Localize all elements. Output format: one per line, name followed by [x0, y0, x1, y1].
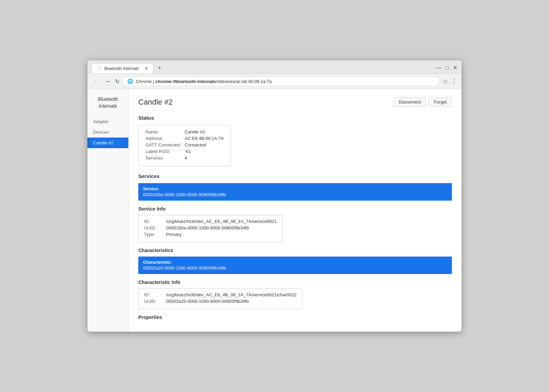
status-section: Status Name: Candle #2 Address: AC:E6:4B…	[138, 115, 452, 173]
characteristic-info-section: Characteristic Info ID: /org/bluez/hci0/…	[138, 280, 452, 314]
status-name-label: Name:	[145, 129, 183, 134]
characteristic-bar-uuid: 00002a25-0000-1000-8000-00805f9b34fb	[143, 265, 447, 271]
sidebar-title: Bluetooth Internals	[87, 96, 128, 116]
page-title: Candle #2	[138, 98, 173, 107]
active-tab[interactable]: 📄 Bluetooth Internals ✕	[92, 63, 153, 73]
address-brand: Chrome	[136, 79, 152, 84]
properties-title: Properties	[138, 314, 452, 320]
service-uuid-value: 0000180a-0000-1000-8000-00805f9b34fb	[166, 225, 249, 230]
address-path-bold: chrome://bluetooth-internals	[155, 79, 216, 84]
char-uuid-value: 00002a25-0000-1000-8000-00805f9b34fb	[166, 299, 249, 304]
status-services-value: 4	[185, 155, 187, 161]
status-address-label: Address:	[145, 136, 183, 141]
status-services-label: Services:	[145, 155, 183, 161]
tab-page-icon: 📄	[97, 66, 102, 71]
status-row-name: Name: Candle #2	[145, 129, 224, 134]
status-rssi-label: Latest RSSI:	[145, 149, 183, 154]
characteristic-bar[interactable]: Characteristic: 00002a25-0000-1000-8000-…	[138, 257, 452, 274]
char-id-value: /org/bluez/hci0/dev_AC_E6_4B_06_1A_7A/se…	[166, 292, 296, 297]
sidebar-item-devices[interactable]: Devices	[87, 127, 128, 138]
status-box: Name: Candle #2 Address: AC:E6:4B:06:1A:…	[138, 125, 231, 166]
main-content: Candle #2 Disconnect Forget Status Name:…	[129, 89, 462, 332]
new-tab-button[interactable]: +	[155, 63, 164, 73]
service-info-title: Service Info	[138, 206, 452, 212]
minimize-button[interactable]: —	[436, 65, 441, 71]
status-row-gatt: GATT Connected: Connected	[145, 142, 224, 147]
address-path-rest: /#devices/ac:e6:4b:06:1a:7a	[216, 79, 272, 84]
char-id-label: ID:	[144, 292, 165, 297]
char-uuid-label: UUID:	[144, 299, 165, 304]
characteristic-bar-label: Characteristic:	[143, 260, 447, 265]
sidebar: Bluetooth Internals Adapter Devices Cand…	[87, 89, 129, 332]
chrome-menu-icon[interactable]: ⋮	[451, 78, 457, 85]
sidebar-item-candle2[interactable]: Candle #2	[87, 138, 128, 148]
window-controls: — □ ✕	[436, 65, 457, 73]
status-address-value: AC:E6:4B:06:1A:7A	[185, 136, 224, 141]
service-info-row-uuid: UUID: 0000180a-0000-1000-8000-00805f9b34…	[144, 225, 277, 230]
tab-title: Bluetooth Internals	[104, 66, 139, 71]
title-bar: 📄 Bluetooth Internals ✕ + — □ ✕	[87, 60, 462, 74]
bookmark-star-icon[interactable]: ☆	[443, 78, 448, 85]
address-bar[interactable]: 🌐 Chrome | chrome://bluetooth-internals/…	[122, 76, 440, 86]
disconnect-button[interactable]: Disconnect	[394, 97, 426, 107]
service-uuid-label: UUID:	[144, 225, 165, 230]
forward-button[interactable]: →	[103, 77, 112, 86]
tab-close-button[interactable]: ✕	[144, 66, 148, 71]
service-type-label: Type:	[144, 232, 165, 237]
service-id-label: ID:	[144, 219, 165, 224]
characteristic-info-box: ID: /org/bluez/hci0/dev_AC_E6_4B_06_1A_7…	[138, 288, 302, 309]
forget-button[interactable]: Forget	[429, 97, 452, 107]
char-info-row-id: ID: /org/bluez/hci0/dev_AC_E6_4B_06_1A_7…	[144, 292, 296, 297]
service-info-row-id: ID: /org/bluez/hci0/dev_AC_E6_4B_06_1A_7…	[144, 219, 277, 224]
service-info-section: Service Info ID: /org/bluez/hci0/dev_AC_…	[138, 206, 452, 248]
status-gatt-value: Connected	[185, 142, 206, 147]
back-button[interactable]: ←	[92, 77, 101, 86]
service-id-value: /org/bluez/hci0/dev_AC_E6_4B_06_1A_7A/se…	[166, 219, 277, 224]
characteristic-info-title: Characteristic Info	[138, 280, 452, 285]
header-buttons: Disconnect Forget	[394, 97, 452, 107]
characteristics-title: Characteristics	[138, 248, 452, 253]
service-type-value: Primary	[166, 232, 182, 237]
services-title: Services	[138, 173, 452, 179]
status-name-value: Candle #2	[185, 129, 205, 134]
services-section: Services Service: 0000180a-0000-1000-800…	[138, 173, 452, 320]
page-content: Bluetooth Internals Adapter Devices Cand…	[87, 89, 462, 332]
status-rssi-value: -61	[185, 149, 191, 154]
browser-window: 📄 Bluetooth Internals ✕ + — □ ✕ ← → ↻ 🌐 …	[87, 60, 462, 332]
refresh-button[interactable]: ↻	[115, 78, 119, 85]
status-row-address: Address: AC:E6:4B:06:1A:7A	[145, 136, 224, 141]
service-bar-uuid: 0000180a-0000-1000-8000-00805f9b34fb	[143, 192, 447, 197]
characteristics-section: Characteristics Characteristic: 00002a25…	[138, 248, 452, 320]
window-close-button[interactable]: ✕	[453, 65, 457, 71]
address-text: Chrome | chrome://bluetooth-internals/#d…	[136, 79, 272, 84]
maximize-button[interactable]: □	[445, 65, 449, 71]
service-bar[interactable]: Service: 0000180a-0000-1000-8000-00805f9…	[138, 183, 452, 201]
status-row-services: Services: 4	[145, 155, 224, 161]
char-info-row-uuid: UUID: 00002a25-0000-1000-8000-00805f9b34…	[144, 299, 296, 304]
page-header: Candle #2 Disconnect Forget	[138, 97, 452, 107]
sidebar-item-adapter[interactable]: Adapter	[87, 116, 128, 127]
service-bar-label: Service:	[143, 187, 447, 191]
service-info-row-type: Type: Primary	[144, 232, 277, 237]
status-gatt-label: GATT Connected:	[145, 142, 183, 147]
service-info-box: ID: /org/bluez/hci0/dev_AC_E6_4B_06_1A_7…	[138, 215, 282, 242]
toolbar: ← → ↻ 🌐 Chrome | chrome://bluetooth-inte…	[87, 74, 462, 89]
status-title: Status	[138, 115, 452, 121]
globe-icon: 🌐	[127, 79, 133, 84]
status-row-rssi: Latest RSSI: -61	[145, 149, 224, 154]
